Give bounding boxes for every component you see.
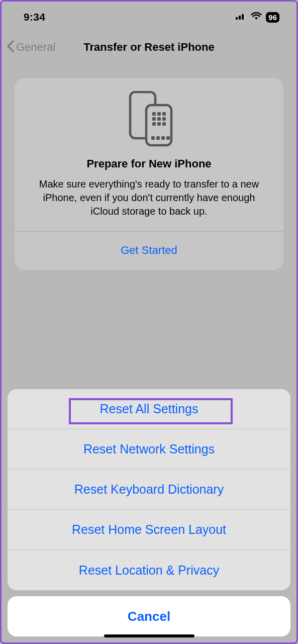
svg-rect-11 [162,117,166,121]
action-sheet-container: Reset All Settings Reset Network Setting… [8,389,290,636]
svg-rect-2 [242,14,244,20]
svg-rect-8 [162,112,166,116]
svg-rect-0 [236,17,238,20]
status-indicators: 96 [236,12,279,23]
svg-rect-7 [157,112,161,116]
reset-action-sheet: Reset All Settings Reset Network Setting… [8,389,290,590]
option-label: Reset Network Settings [83,442,215,456]
cellular-icon [236,13,247,22]
back-chevron-icon[interactable] [7,40,15,55]
cancel-button[interactable]: Cancel [8,596,290,636]
home-indicator[interactable] [104,634,194,637]
svg-rect-6 [152,112,156,116]
svg-rect-17 [161,136,165,140]
card-description: Make sure everything's ready to transfer… [26,177,272,231]
svg-rect-9 [152,117,156,121]
svg-rect-16 [156,136,160,140]
prepare-card: Prepare for New iPhone Make sure everyth… [15,78,283,270]
reset-keyboard-dictionary-option[interactable]: Reset Keyboard Dictionary [8,470,290,510]
svg-rect-13 [157,122,161,126]
wifi-icon [251,12,262,22]
devices-icon [26,91,272,147]
svg-rect-10 [157,117,161,121]
svg-rect-15 [151,136,155,140]
reset-location-privacy-option[interactable]: Reset Location & Privacy [8,550,290,590]
option-label: Reset Keyboard Dictionary [74,482,224,497]
reset-network-settings-option[interactable]: Reset Network Settings [8,429,290,470]
option-label: Reset All Settings [100,402,198,416]
get-started-button[interactable]: Get Started [26,232,272,270]
reset-home-screen-layout-option[interactable]: Reset Home Screen Layout [8,510,290,550]
svg-rect-12 [152,122,156,126]
svg-rect-1 [239,16,241,20]
svg-rect-14 [162,122,166,126]
reset-all-settings-option[interactable]: Reset All Settings [8,389,290,429]
card-title: Prepare for New iPhone [26,157,272,170]
option-label: Reset Home Screen Layout [72,522,226,537]
svg-rect-3 [245,13,247,20]
status-time: 9:34 [24,11,45,23]
status-bar: 9:34 96 [2,2,296,33]
svg-rect-18 [166,136,170,140]
battery-icon: 96 [266,12,279,23]
option-label: Reset Location & Privacy [79,563,219,578]
cancel-label: Cancel [128,609,170,624]
nav-bar: General Transfer or Reset iPhone [2,33,296,62]
back-button[interactable]: General [16,41,55,54]
